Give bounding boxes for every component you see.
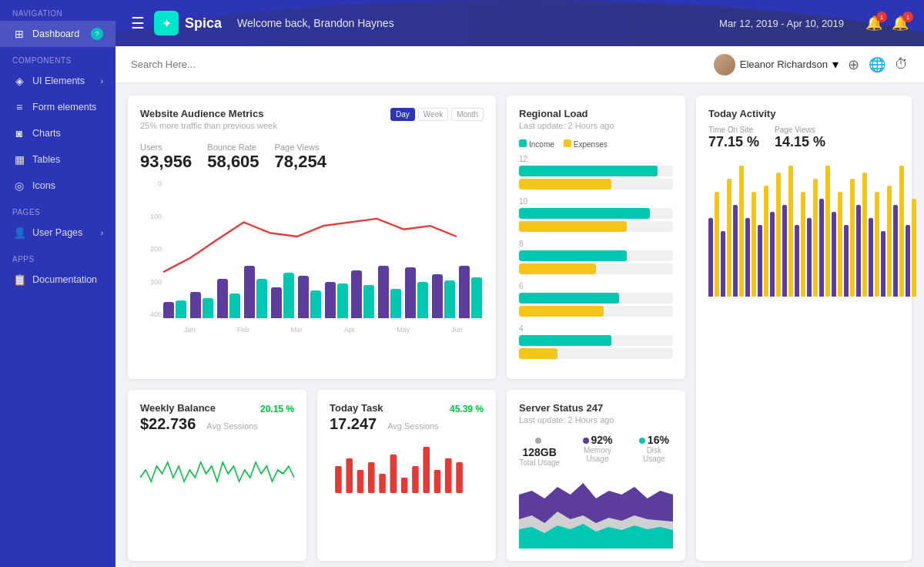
svg-rect-8 (423, 447, 430, 493)
task-header: Today Task 45.39 % (330, 402, 484, 415)
balance-card-title: Weekly Balance (140, 402, 216, 414)
balance-percent: 20.15 % (260, 404, 294, 414)
time-week-button[interactable]: Week (418, 108, 448, 121)
task-card-title: Today Task (330, 402, 383, 414)
activity-bar (715, 192, 719, 297)
bar-group (405, 267, 430, 318)
user-info[interactable]: Eleanor Richardson ▾ (714, 54, 839, 75)
svg-rect-10 (445, 458, 452, 493)
ui-elements-icon: ◈ (12, 75, 26, 87)
bar-purple (432, 274, 443, 318)
bar-group (378, 266, 403, 318)
activity-bar (801, 192, 805, 297)
sidebar-item-icons[interactable]: ◎ Icons (0, 173, 116, 199)
bar-group (351, 270, 376, 318)
sidebar-item-user-pages[interactable]: 👤 User Pages › (0, 220, 116, 246)
activity-bar (819, 199, 824, 297)
bar-group (271, 273, 296, 318)
clock-icon[interactable]: ⏱ (895, 56, 909, 72)
search-input[interactable] (131, 59, 705, 70)
sidebar-item-ui-elements[interactable]: ◈ UI Elements › (0, 68, 116, 94)
sidebar-item-dashboard[interactable]: ⊞ Dashboard ? (0, 21, 116, 47)
add-button[interactable]: ⊕ (848, 56, 859, 73)
main-area: ☰ ✦ Spica Welcome back, Brandon Haynes M… (116, 0, 924, 567)
expense-legend-dot (564, 139, 571, 147)
bar-teal (390, 289, 401, 318)
server-area-chart (519, 471, 673, 549)
bar-group (298, 276, 323, 318)
sidebar-item-form-elements[interactable]: ≡ Form elements (0, 94, 116, 120)
time-month-button[interactable]: Month (451, 108, 484, 121)
metric-users-value: 93,956 (140, 152, 192, 172)
tables-icon: ▦ (12, 153, 26, 166)
expense-bar (519, 221, 627, 232)
server-card-subtitle: Last update: 2 Hours ago (519, 415, 673, 424)
bar-purple (271, 287, 282, 318)
activity-card: Today Activity Time On Site 77.15 % Page… (696, 96, 912, 561)
alert-button[interactable]: 🔔 1 (892, 15, 909, 32)
activity-bar (764, 186, 768, 297)
balance-sessions: Avg Sessions (206, 421, 257, 431)
regional-row-label: 6 (519, 282, 673, 290)
header-date: Mar 12, 2019 - Apr 10, 2019 (719, 18, 844, 29)
activity-bar (739, 166, 744, 297)
regional-row-label: 10 (519, 197, 673, 206)
activity-bar (770, 212, 775, 297)
balance-sparkline-svg (140, 439, 294, 501)
income-bar (519, 208, 650, 219)
y-axis: 400 300 200 100 0 (140, 179, 162, 318)
balance-card: Weekly Balance 20.15 % $22.736 Avg Sessi… (128, 390, 306, 561)
task-sessions: Avg Sessions (387, 421, 438, 431)
bar-purple (190, 292, 201, 318)
income-bar-bg (519, 293, 673, 304)
activity-bar (893, 205, 898, 297)
task-percent: 45.39 % (450, 404, 484, 414)
income-legend-dot (519, 139, 527, 147)
task-card: Today Task 45.39 % 17.247 Avg Sessions (317, 390, 496, 561)
bar-group (163, 300, 188, 318)
sidebar-item-label: UI Elements (32, 75, 85, 86)
balance-amount-row: $22.736 Avg Sessions (140, 415, 294, 433)
bar-teal (283, 273, 294, 318)
sidebar-pages-label: Pages (0, 199, 116, 220)
expense-bar (519, 348, 557, 359)
chevron-right-icon: › (101, 77, 103, 86)
activity-bar (758, 225, 762, 297)
regional-row: 8 (519, 240, 673, 274)
activity-bar (869, 218, 873, 297)
sidebar-item-documentation[interactable]: 📋 Documentation (0, 267, 116, 293)
server-memory-value: 92% (572, 434, 622, 446)
sidebar-item-label: Tables (32, 154, 60, 165)
time-day-button[interactable]: Day (390, 108, 415, 121)
svg-rect-3 (368, 462, 375, 493)
sidebar-item-label: Form elements (32, 102, 96, 112)
logo-text: Spica (185, 15, 222, 32)
activity-bar-chart (708, 158, 899, 297)
audience-bar-chart: 400 300 200 100 0 JanFebMarAprMayJun (140, 179, 484, 334)
sidebar-apps-label: Apps (0, 246, 116, 267)
regional-row: 10 (519, 197, 673, 232)
server-card-title: Server Status 247 (519, 402, 673, 414)
server-stats: 128GB Total Usage 92% Memory Usage 16% D… (519, 434, 673, 467)
icons-icon: ◎ (12, 179, 26, 192)
metric-bounce-value: 58,605 (207, 152, 259, 172)
activity-bar (745, 218, 750, 297)
sidebar-item-label: Documentation (32, 274, 97, 285)
task-amount-row: 17.247 Avg Sessions (330, 415, 484, 433)
audience-title-section: Website Audience Metrics 25% more traffi… (140, 108, 277, 139)
task-amount: 17.247 (330, 415, 377, 433)
audience-card-title: Website Audience Metrics (140, 108, 277, 119)
sidebar-item-label: Dashboard (32, 29, 79, 39)
notification-button[interactable]: 🔔 1 (865, 15, 882, 32)
header: ☰ ✦ Spica Welcome back, Brandon Haynes M… (116, 0, 924, 46)
metric-bounce: Bounce Rate 58,605 (207, 143, 259, 172)
globe-icon[interactable]: 🌐 (869, 56, 886, 73)
avatar (714, 54, 735, 75)
header-icons: 🔔 1 🔔 1 (865, 15, 909, 32)
hamburger-icon[interactable]: ☰ (131, 14, 145, 32)
sidebar-item-tables[interactable]: ▦ Tables (0, 146, 116, 173)
bar-group (432, 274, 457, 318)
sidebar-item-charts[interactable]: ◙ Charts (0, 120, 116, 146)
server-card: Server Status 247 Last update: 2 Hours a… (507, 390, 685, 561)
svg-rect-5 (390, 455, 397, 493)
